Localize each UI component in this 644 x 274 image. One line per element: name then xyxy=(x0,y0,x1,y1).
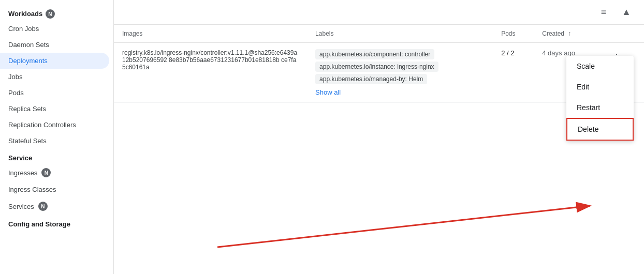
context-menu-delete[interactable]: Delete xyxy=(566,118,634,141)
deployments-table: Images Labels Pods Created ↑ xyxy=(114,25,644,103)
table-container: Images Labels Pods Created ↑ xyxy=(114,25,644,274)
sidebar-item-label: Jobs xyxy=(8,73,22,81)
sidebar-item-label: Services xyxy=(8,203,34,210)
table-header-row: Images Labels Pods Created ↑ xyxy=(114,25,644,43)
filter-icon[interactable]: ≡ xyxy=(594,3,613,22)
sidebar-item-ingresses[interactable]: Ingresses N xyxy=(0,164,109,181)
label-chip-managed-by: app.kubernetes.io/managed-by: Helm xyxy=(315,74,427,84)
sidebar-item-label: Replication Controllers xyxy=(8,121,76,129)
sidebar-item-label: Replica Sets xyxy=(8,105,46,113)
sidebar-item-stateful-sets[interactable]: Stateful Sets xyxy=(0,133,109,149)
sidebar-item-ingress-classes[interactable]: Ingress Classes xyxy=(0,181,109,197)
label-chip-component: app.kubernetes.io/component: controller xyxy=(315,49,434,59)
context-menu-restart[interactable]: Restart xyxy=(566,97,634,118)
context-menu-edit[interactable]: Edit xyxy=(566,77,634,97)
cell-labels: app.kubernetes.io/component: controller … xyxy=(307,43,493,103)
workloads-badge: N xyxy=(46,9,55,19)
sidebar-item-replica-sets[interactable]: Replica Sets xyxy=(0,101,109,117)
collapse-icon[interactable]: ▲ xyxy=(617,3,636,22)
sidebar-item-daemon-sets[interactable]: Daemon Sets xyxy=(0,37,109,53)
sidebar-item-label: Ingress Classes xyxy=(8,186,56,193)
sidebar-item-pods[interactable]: Pods xyxy=(0,85,109,101)
table-row: registry.k8s.io/ingress-nginx/controller… xyxy=(114,43,644,103)
sidebar: Workloads N Cron Jobs Daemon Sets Deploy… xyxy=(0,0,114,274)
services-badge: N xyxy=(38,202,48,211)
sidebar-item-deployments[interactable]: Deployments xyxy=(0,53,109,69)
context-menu-scale[interactable]: Scale xyxy=(566,56,634,77)
sidebar-item-label: Daemon Sets xyxy=(8,41,49,49)
sidebar-item-services[interactable]: Services N xyxy=(0,197,109,215)
sidebar-item-label: Cron Jobs xyxy=(8,25,39,33)
ingresses-badge: N xyxy=(41,168,51,177)
col-created[interactable]: Created ↑ xyxy=(534,25,599,43)
col-pods: Pods xyxy=(493,25,534,43)
cell-pods: 2 / 2 xyxy=(493,43,534,103)
col-labels: Labels xyxy=(307,25,493,43)
sidebar-item-label: Deployments xyxy=(8,57,48,65)
sidebar-item-label: Pods xyxy=(8,89,24,97)
cell-image: registry.k8s.io/ingress-nginx/controller… xyxy=(114,43,307,103)
workloads-section-header: Workloads N xyxy=(0,4,113,21)
label-chip-instance: app.kubernetes.io/instance: ingress-ngin… xyxy=(315,62,438,72)
context-menu: Scale Edit Restart Delete xyxy=(566,56,634,141)
show-all-link[interactable]: Show all xyxy=(315,88,341,96)
sidebar-item-cron-jobs[interactable]: Cron Jobs xyxy=(0,21,109,37)
toolbar: ≡ ▲ xyxy=(114,0,644,25)
sidebar-item-label: Ingresses xyxy=(8,169,37,177)
col-actions xyxy=(600,25,644,43)
sidebar-item-jobs[interactable]: Jobs xyxy=(0,69,109,85)
config-section-header: Config and Storage xyxy=(0,215,113,230)
sidebar-item-label: Stateful Sets xyxy=(8,137,47,145)
sort-icon: ↑ xyxy=(568,30,571,37)
svg-line-1 xyxy=(217,206,590,247)
main-content: ≡ ▲ Images Labels Pods xyxy=(114,0,644,274)
sidebar-item-replication-controllers[interactable]: Replication Controllers xyxy=(0,117,109,133)
col-images: Images xyxy=(114,25,307,43)
service-section-header: Service xyxy=(0,149,113,164)
